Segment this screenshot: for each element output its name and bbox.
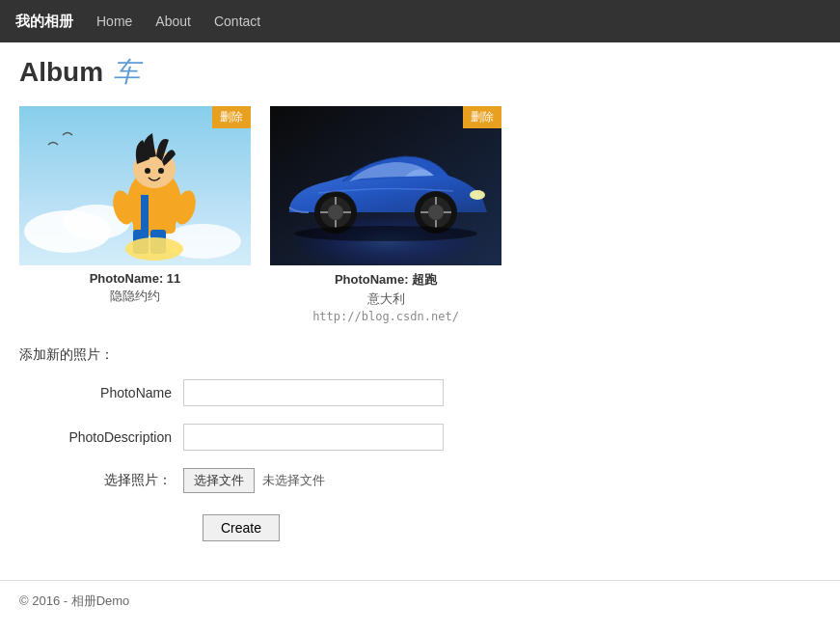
add-form: PhotoName PhotoDescription 选择照片： 选择文件 未选… [19, 379, 821, 541]
main-content: Album 车 删除 [0, 42, 840, 561]
form-row-photoname: PhotoName [39, 379, 821, 406]
photoname-label: PhotoName [39, 385, 183, 400]
choosefile-label: 选择照片： [39, 472, 183, 489]
photo-desc-2: 意大利 [270, 290, 501, 308]
photoname-input[interactable] [183, 379, 444, 406]
album-title-text: Album [19, 57, 103, 88]
photo-name-1: PhotoName: 11 [19, 271, 251, 286]
footer-text: © 2016 - 相册Demo [19, 593, 129, 608]
svg-point-7 [158, 168, 164, 174]
svg-point-19 [328, 205, 343, 220]
add-section-title: 添加新的照片： [19, 346, 821, 364]
photo-card-1: 删除 [19, 106, 251, 323]
svg-point-31 [470, 190, 485, 200]
photodesc-input[interactable] [183, 424, 444, 451]
photo-card-2: 删除 [270, 106, 501, 323]
svg-point-6 [145, 168, 150, 174]
no-file-text: 未选择文件 [262, 472, 325, 489]
navbar-brand: 我的相册 [15, 13, 73, 31]
navbar-link-home[interactable]: Home [96, 14, 132, 29]
photo-image-1 [19, 106, 251, 265]
navbar-link-about[interactable]: About [155, 14, 191, 29]
svg-point-14 [125, 237, 183, 261]
file-row: 选择文件 未选择文件 [183, 468, 325, 493]
navbar: 我的相册 Home About Contact [0, 0, 840, 42]
photo-url-2: http://blog.csdn.net/ [270, 310, 501, 323]
photodesc-label: PhotoDescription [39, 429, 183, 445]
photo-grid: 删除 [19, 106, 821, 323]
form-row-photodesc: PhotoDescription [39, 424, 821, 451]
create-button[interactable]: Create [203, 514, 280, 541]
album-subtitle: 车 [113, 54, 140, 91]
svg-rect-8 [133, 195, 176, 234]
svg-rect-9 [141, 195, 149, 234]
photo-image-2 [270, 106, 501, 265]
album-title: Album 车 [19, 54, 821, 91]
create-btn-row: Create [183, 510, 821, 541]
delete-button-1[interactable]: 删除 [212, 106, 251, 128]
svg-point-32 [294, 226, 477, 241]
delete-button-2[interactable]: 删除 [463, 106, 501, 128]
choose-file-button[interactable]: 选择文件 [183, 468, 255, 493]
photo-name-2: PhotoName: 超跑 [270, 271, 501, 289]
form-row-choosefile: 选择照片： 选择文件 未选择文件 [39, 468, 821, 493]
photo-desc-1: 隐隐约约 [19, 288, 251, 305]
navbar-link-contact[interactable]: Contact [214, 14, 260, 29]
svg-point-22 [428, 205, 444, 220]
footer: © 2016 - 相册Demo [0, 580, 840, 621]
